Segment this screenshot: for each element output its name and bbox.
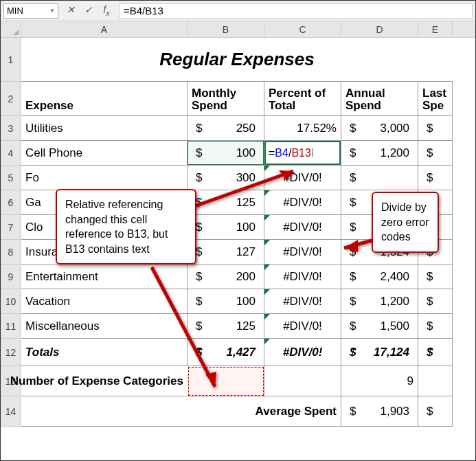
percent-of-total[interactable]: #DIV/0! [264, 265, 341, 289]
monthly-spend[interactable]: $100 [188, 215, 264, 240]
header-annual[interactable]: Annual Spend [341, 82, 418, 116]
enter-icon[interactable]: ✓ [83, 4, 94, 17]
select-all-triangle[interactable] [1, 21, 21, 38]
expense-label[interactable]: Utilities [21, 116, 188, 141]
annual-spend[interactable]: $2,400 [341, 265, 418, 289]
monthly-spend[interactable]: $125 [188, 314, 264, 339]
row-header[interactable]: 5 [1, 166, 21, 190]
last-spend[interactable]: $ [418, 141, 453, 166]
table-row: 3Utilities$25017.52%$3,000$ [1, 116, 475, 141]
cell-B14[interactable] [188, 396, 264, 427]
expense-label[interactable]: Miscellaneous [21, 314, 188, 339]
cell-C13[interactable] [264, 366, 341, 396]
row-header[interactable]: 11 [1, 314, 21, 339]
header-monthly[interactable]: Monthly Spend [188, 82, 264, 116]
monthly-spend[interactable]: $127 [188, 240, 264, 265]
last-spend[interactable]: $ [418, 265, 453, 289]
monthly-spend[interactable]: $300 [188, 166, 264, 190]
percent-of-total[interactable]: #DIV/0! [264, 190, 341, 215]
callout-div-zero: Divide by zero error codes [372, 192, 439, 253]
last-spend[interactable]: $ [418, 166, 453, 190]
cell-A14[interactable] [21, 396, 188, 427]
percent-of-total[interactable]: #DIV/0! [264, 314, 341, 339]
expense-label[interactable]: Cell Phone [21, 141, 188, 166]
totals-monthly[interactable]: $1,427 [188, 339, 264, 366]
row-header-1[interactable]: 1 [1, 38, 21, 82]
totals-label[interactable]: Totals [21, 339, 188, 366]
title-cell[interactable]: Regular Expenses [21, 38, 453, 82]
row-header[interactable]: 9 [1, 265, 21, 289]
percent-of-total[interactable]: #DIV/0! [264, 215, 341, 240]
row-header[interactable]: 6 [1, 190, 21, 215]
percent-of-total[interactable]: #DIV/0! [264, 289, 341, 314]
row-header-2[interactable]: 2 [1, 82, 21, 116]
header-last[interactable]: Last Spe [418, 82, 453, 116]
row-12: 12 Totals $1,427 #DIV/0! $17,124 $ [1, 339, 475, 366]
row14-value[interactable]: $1,903 [341, 396, 418, 427]
percent-of-total[interactable]: 17.52% [264, 116, 341, 141]
monthly-spend[interactable]: $100 [188, 289, 264, 314]
monthly-spend[interactable]: $100 [188, 141, 264, 166]
col-header-B[interactable]: B [188, 21, 264, 37]
cell-E14[interactable]: $ [418, 396, 453, 427]
monthly-spend[interactable]: $125 [188, 190, 264, 215]
annual-spend[interactable]: $1,200 [341, 289, 418, 314]
monthly-spend[interactable]: $200 [188, 265, 264, 289]
header-percent[interactable]: Percent of Total [264, 82, 341, 116]
name-box-value: MIN [7, 5, 23, 16]
formula-text: =B4/B13 [124, 5, 163, 16]
cell-B13[interactable] [188, 366, 264, 396]
row-header[interactable]: 3 [1, 116, 21, 141]
table-row: 11Miscellaneous$125#DIV/0!$1,500$ [1, 314, 475, 339]
totals-percent[interactable]: #DIV/0! [264, 339, 341, 366]
annual-spend[interactable]: $3,000 [341, 116, 418, 141]
formula-input[interactable]: =B4/B13 [119, 3, 473, 19]
row-14: 14 Average Spent $1,903 $ [1, 396, 475, 427]
cell-E13[interactable] [418, 366, 453, 396]
expense-label[interactable]: Fo [21, 166, 188, 190]
percent-of-total[interactable]: #DIV/0! [264, 166, 341, 190]
row-header-14[interactable]: 14 [1, 396, 21, 427]
row-13: 13 Number of Expense Categories 9 [1, 366, 475, 396]
last-spend[interactable]: $ [418, 314, 453, 339]
percent-of-total[interactable]: =B4/B13I [264, 141, 341, 166]
name-box[interactable]: MIN ▼ [3, 3, 58, 19]
row-header[interactable]: 8 [1, 240, 21, 265]
col-header-C[interactable]: C [264, 21, 341, 37]
row-2: 2 Expense Monthly Spend Percent of Total… [1, 82, 475, 116]
table-row: 10Vacation$100#DIV/0!$1,200$ [1, 289, 475, 314]
formula-bar: MIN ▼ ✕ ✓ fx =B4/B13 [1, 1, 475, 21]
totals-annual[interactable]: $17,124 [341, 339, 418, 366]
formula-bar-actions: ✕ ✓ fx [61, 4, 116, 17]
cancel-icon[interactable]: ✕ [65, 4, 76, 17]
row14-label[interactable]: Average Spent [264, 396, 341, 427]
row-header[interactable]: 4 [1, 141, 21, 166]
percent-of-total[interactable]: #DIV/0! [264, 240, 341, 265]
table-row: 4Cell Phone$100=B4/B13I$1,200$ [1, 141, 475, 166]
table-row: 5Fo$300#DIV/0!$$ [1, 166, 475, 190]
header-expense[interactable]: Expense [21, 82, 188, 116]
row13-value[interactable]: 9 [341, 366, 418, 396]
last-spend[interactable]: $ [418, 289, 453, 314]
row-header[interactable]: 7 [1, 215, 21, 240]
column-headers: A B C D E [21, 21, 475, 38]
callout-relative-ref: Relative referencing changed this cell r… [56, 189, 196, 265]
col-header-E[interactable]: E [418, 21, 453, 37]
last-spend[interactable]: $ [418, 116, 453, 141]
totals-last[interactable]: $ [418, 339, 453, 366]
row-header-12[interactable]: 12 [1, 339, 21, 366]
table-row: 9Entertainment$200#DIV/0!$2,400$ [1, 265, 475, 289]
annual-spend[interactable]: $1,500 [341, 314, 418, 339]
col-header-D[interactable]: D [341, 21, 418, 37]
name-box-dropdown-icon[interactable]: ▼ [49, 8, 55, 14]
annual-spend[interactable]: $1,200 [341, 141, 418, 166]
row13-label[interactable]: Number of Expense Categories [21, 366, 188, 396]
row-1: 1 Regular Expenses [1, 38, 475, 82]
expense-label[interactable]: Vacation [21, 289, 188, 314]
monthly-spend[interactable]: $250 [188, 116, 264, 141]
expense-label[interactable]: Entertainment [21, 265, 188, 289]
col-header-A[interactable]: A [21, 21, 188, 37]
annual-spend[interactable]: $ [341, 166, 418, 190]
row-header[interactable]: 10 [1, 289, 21, 314]
fx-icon[interactable]: fx [101, 4, 112, 17]
